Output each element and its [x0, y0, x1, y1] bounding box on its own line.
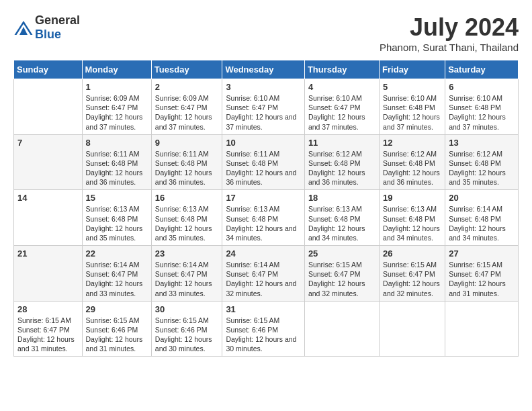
day-number: 2 — [155, 82, 219, 92]
calendar-cell — [445, 301, 519, 357]
day-number: 27 — [449, 248, 515, 259]
cell-info: Sunrise: 6:15 AM Sunset: 6:47 PM Dayligh… — [449, 260, 515, 298]
calendar-cell: 5Sunrise: 6:10 AM Sunset: 6:48 PM Daylig… — [380, 79, 445, 135]
logo-general: General — [35, 13, 80, 27]
calendar-table: SundayMondayTuesdayWednesdayThursdayFrid… — [13, 60, 519, 357]
day-number: 15 — [86, 193, 148, 203]
page-header: General Blue July 2024 Phanom, Surat Tha… — [13, 13, 519, 53]
calendar-cell: 15Sunrise: 6:13 AM Sunset: 6:48 PM Dayli… — [82, 190, 151, 246]
calendar-cell: 3Sunrise: 6:10 AM Sunset: 6:47 PM Daylig… — [222, 79, 305, 135]
cell-info: Sunrise: 6:13 AM Sunset: 6:48 PM Dayligh… — [86, 204, 148, 242]
calendar-cell: 20Sunrise: 6:14 AM Sunset: 6:48 PM Dayli… — [445, 190, 519, 246]
weekday-header: Monday — [82, 60, 151, 79]
calendar-cell: 18Sunrise: 6:13 AM Sunset: 6:48 PM Dayli… — [304, 190, 379, 246]
cell-info: Sunrise: 6:15 AM Sunset: 6:47 PM Dayligh… — [308, 260, 375, 298]
day-number: 23 — [155, 248, 219, 259]
cell-info: Sunrise: 6:10 AM Sunset: 6:48 PM Dayligh… — [383, 93, 441, 132]
cell-info: Sunrise: 6:15 AM Sunset: 6:46 PM Dayligh… — [155, 316, 219, 354]
calendar-cell: 30Sunrise: 6:15 AM Sunset: 6:46 PM Dayli… — [151, 301, 222, 357]
calendar-cell: 17Sunrise: 6:13 AM Sunset: 6:48 PM Dayli… — [222, 190, 305, 246]
day-number: 29 — [86, 304, 148, 314]
cell-info: Sunrise: 6:15 AM Sunset: 6:46 PM Dayligh… — [226, 316, 301, 354]
day-number: 8 — [86, 138, 148, 148]
calendar-cell — [304, 301, 379, 357]
calendar-cell: 9Sunrise: 6:11 AM Sunset: 6:48 PM Daylig… — [151, 134, 222, 190]
day-number: 24 — [226, 248, 301, 259]
calendar-cell: 22Sunrise: 6:14 AM Sunset: 6:47 PM Dayli… — [82, 246, 151, 302]
day-number: 5 — [383, 82, 441, 92]
calendar-cell: 19Sunrise: 6:13 AM Sunset: 6:48 PM Dayli… — [380, 190, 445, 246]
weekday-header: Thursday — [304, 60, 379, 79]
month-year: July 2024 — [380, 13, 519, 42]
day-number: 7 — [17, 138, 79, 148]
cell-info: Sunrise: 6:14 AM Sunset: 6:47 PM Dayligh… — [86, 260, 148, 298]
day-number: 26 — [383, 248, 441, 259]
calendar-cell: 11Sunrise: 6:12 AM Sunset: 6:48 PM Dayli… — [304, 134, 379, 190]
calendar-cell: 13Sunrise: 6:12 AM Sunset: 6:48 PM Dayli… — [445, 134, 519, 190]
cell-info: Sunrise: 6:13 AM Sunset: 6:48 PM Dayligh… — [308, 204, 375, 242]
day-number: 10 — [226, 138, 301, 148]
logo-blue: Blue — [35, 28, 61, 41]
calendar-cell: 6Sunrise: 6:10 AM Sunset: 6:48 PM Daylig… — [445, 79, 519, 135]
weekday-header: Tuesday — [151, 60, 222, 79]
calendar-cell: 8Sunrise: 6:11 AM Sunset: 6:48 PM Daylig… — [82, 134, 151, 190]
calendar-cell: 16Sunrise: 6:13 AM Sunset: 6:48 PM Dayli… — [151, 190, 222, 246]
day-number: 12 — [383, 138, 441, 148]
cell-info: Sunrise: 6:09 AM Sunset: 6:47 PM Dayligh… — [86, 93, 148, 132]
weekday-header: Friday — [380, 60, 445, 79]
calendar-cell: 7 — [14, 134, 83, 190]
cell-info: Sunrise: 6:10 AM Sunset: 6:48 PM Dayligh… — [449, 93, 515, 132]
calendar-cell: 28Sunrise: 6:15 AM Sunset: 6:47 PM Dayli… — [14, 301, 83, 357]
day-number: 14 — [17, 193, 79, 203]
calendar-cell: 24Sunrise: 6:14 AM Sunset: 6:47 PM Dayli… — [222, 246, 305, 302]
day-number: 30 — [155, 304, 219, 314]
calendar-week-row: 78Sunrise: 6:11 AM Sunset: 6:48 PM Dayli… — [14, 134, 519, 190]
cell-info: Sunrise: 6:13 AM Sunset: 6:48 PM Dayligh… — [226, 204, 301, 242]
cell-info: Sunrise: 6:14 AM Sunset: 6:48 PM Dayligh… — [449, 204, 515, 242]
cell-info: Sunrise: 6:12 AM Sunset: 6:48 PM Dayligh… — [308, 149, 375, 187]
calendar-cell: 25Sunrise: 6:15 AM Sunset: 6:47 PM Dayli… — [304, 246, 379, 302]
calendar-cell — [380, 301, 445, 357]
calendar-week-row: 1Sunrise: 6:09 AM Sunset: 6:47 PM Daylig… — [14, 79, 519, 135]
logo: General Blue — [13, 13, 80, 42]
day-number: 20 — [449, 193, 515, 203]
calendar-cell: 12Sunrise: 6:12 AM Sunset: 6:48 PM Dayli… — [380, 134, 445, 190]
cell-info: Sunrise: 6:14 AM Sunset: 6:47 PM Dayligh… — [226, 260, 301, 298]
day-number: 18 — [308, 193, 375, 203]
day-number: 28 — [17, 304, 79, 314]
weekday-header: Saturday — [445, 60, 519, 79]
day-number: 4 — [308, 82, 375, 92]
weekday-header: Sunday — [14, 60, 83, 79]
day-number: 31 — [226, 304, 301, 314]
logo-icon — [13, 19, 34, 36]
day-number: 22 — [86, 248, 148, 259]
calendar-cell: 10Sunrise: 6:11 AM Sunset: 6:48 PM Dayli… — [222, 134, 305, 190]
day-number: 11 — [308, 138, 375, 148]
cell-info: Sunrise: 6:10 AM Sunset: 6:47 PM Dayligh… — [226, 93, 301, 132]
calendar-cell: 4Sunrise: 6:10 AM Sunset: 6:47 PM Daylig… — [304, 79, 379, 135]
cell-info: Sunrise: 6:15 AM Sunset: 6:46 PM Dayligh… — [86, 316, 148, 354]
weekday-header: Wednesday — [222, 60, 305, 79]
day-number: 3 — [226, 82, 301, 92]
cell-info: Sunrise: 6:12 AM Sunset: 6:48 PM Dayligh… — [449, 149, 515, 187]
location: Phanom, Surat Thani, Thailand — [380, 42, 519, 53]
cell-info: Sunrise: 6:11 AM Sunset: 6:48 PM Dayligh… — [155, 149, 219, 187]
calendar-cell: 23Sunrise: 6:14 AM Sunset: 6:47 PM Dayli… — [151, 246, 222, 302]
calendar-cell: 27Sunrise: 6:15 AM Sunset: 6:47 PM Dayli… — [445, 246, 519, 302]
calendar-cell: 2Sunrise: 6:09 AM Sunset: 6:47 PM Daylig… — [151, 79, 222, 135]
day-number: 16 — [155, 193, 219, 203]
cell-info: Sunrise: 6:11 AM Sunset: 6:48 PM Dayligh… — [226, 149, 301, 187]
calendar-cell — [14, 79, 83, 135]
title-block: July 2024 Phanom, Surat Thani, Thailand — [380, 13, 519, 53]
calendar-week-row: 2122Sunrise: 6:14 AM Sunset: 6:47 PM Day… — [14, 246, 519, 302]
day-number: 19 — [383, 193, 441, 203]
weekday-header-row: SundayMondayTuesdayWednesdayThursdayFrid… — [14, 60, 519, 79]
calendar-cell: 21 — [14, 246, 83, 302]
cell-info: Sunrise: 6:13 AM Sunset: 6:48 PM Dayligh… — [383, 204, 441, 242]
day-number: 21 — [17, 248, 79, 259]
cell-info: Sunrise: 6:10 AM Sunset: 6:47 PM Dayligh… — [308, 93, 375, 132]
calendar-cell: 14 — [14, 190, 83, 246]
calendar-cell: 26Sunrise: 6:15 AM Sunset: 6:47 PM Dayli… — [380, 246, 445, 302]
day-number: 1 — [86, 82, 148, 92]
day-number: 17 — [226, 193, 301, 203]
